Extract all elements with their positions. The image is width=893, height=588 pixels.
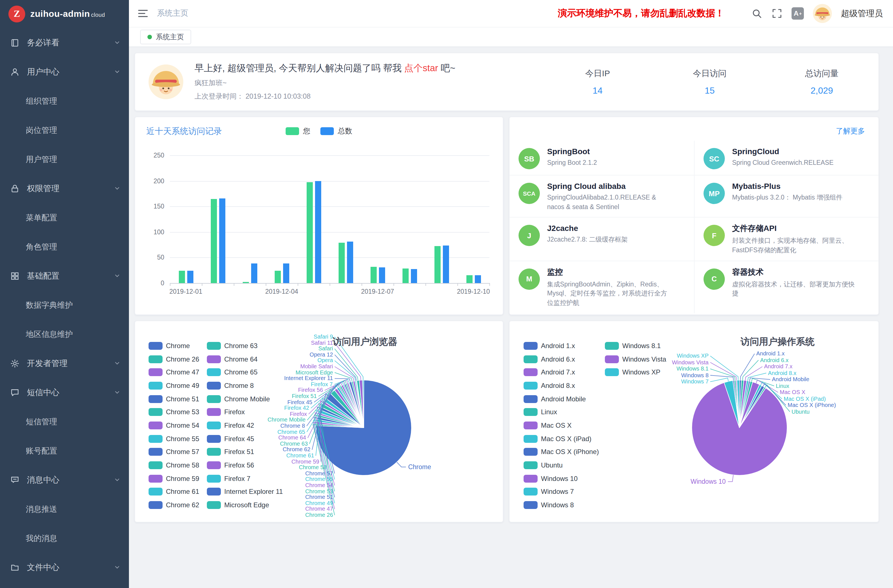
sidebar-item[interactable]: 基础配置 — [0, 261, 129, 290]
legend-item[interactable]: Mac OS X (iPad) — [523, 432, 605, 445]
chevron-down-icon — [114, 389, 120, 395]
sidebar-subitem[interactable]: 菜单配置 — [0, 203, 129, 232]
legend-item[interactable]: Windows XP — [605, 366, 666, 379]
legend-label: Android 1.x — [541, 342, 575, 350]
y-axis-tick-label: 200 — [146, 177, 164, 184]
legend-label: Windows XP — [622, 368, 660, 376]
legend-item[interactable]: Android 1.x — [523, 339, 605, 352]
legend-label: Windows 10 — [541, 475, 578, 482]
legend-item[interactable]: Mac OS X (iPhone) — [523, 445, 605, 459]
sidebar-subitem[interactable]: 消息推送 — [0, 495, 129, 523]
legend-item[interactable]: Firefox 7 — [207, 472, 283, 485]
legend-item[interactable]: Firefox 42 — [207, 419, 283, 432]
fullscreen-icon[interactable] — [771, 8, 783, 19]
username[interactable]: 超级管理员 — [841, 8, 883, 19]
sidebar-subitem[interactable]: 账号配置 — [0, 436, 129, 465]
legend-item[interactable]: Windows 10 — [523, 472, 605, 485]
collapse-sidebar-icon[interactable] — [137, 7, 149, 20]
tech-item[interactable]: SCSpringCloudSpring Cloud Greenwich.RELE… — [694, 141, 878, 175]
tech-item[interactable]: JJ2cacheJ2cache2.7.8: 二级缓存框架 — [510, 217, 694, 261]
legend-item[interactable]: Firefox — [207, 406, 283, 419]
tech-desc: 虚拟化容器技术，让迁移、部署更加方便快捷 — [732, 280, 858, 298]
legend-item[interactable]: Windows 8 — [523, 499, 605, 512]
legend-item[interactable]: Windows 8.1 — [605, 339, 666, 352]
legend-item[interactable]: Chrome 8 — [207, 379, 283, 392]
legend-swatch — [523, 342, 538, 350]
legend-item[interactable]: Chrome 59 — [149, 472, 207, 485]
legend-item[interactable]: Chrome 47 — [149, 366, 207, 379]
bar — [274, 271, 281, 283]
legend-item[interactable]: Chrome 49 — [149, 379, 207, 392]
legend-item[interactable]: Windows 7 — [523, 485, 605, 498]
legend-item[interactable]: Firefox 56 — [207, 459, 283, 472]
tech-item[interactable]: MPMybatis-PlusMybatis-plus 3.2.0： Mybati… — [694, 175, 878, 217]
legend-item[interactable]: Android Mobile — [523, 393, 605, 406]
sidebar-subitem[interactable]: 岗位管理 — [0, 116, 129, 144]
legend-item[interactable]: Linux — [523, 406, 605, 419]
legend-item[interactable]: Windows Vista — [605, 352, 666, 365]
legend-item[interactable]: 总数 — [320, 126, 352, 136]
legend-item[interactable]: Chrome 61 — [149, 485, 207, 498]
legend-item[interactable]: Chrome 57 — [149, 445, 207, 459]
stat-value: 14 — [556, 86, 640, 96]
legend-item[interactable]: 您 — [286, 126, 310, 136]
legend-item[interactable]: Firefox 45 — [207, 432, 283, 445]
sidebar-item[interactable]: 务必详看 — [0, 28, 129, 57]
legend-item[interactable]: Android 7.x — [523, 366, 605, 379]
sidebar-subitem[interactable]: 短信管理 — [0, 407, 129, 436]
legend-item[interactable]: Firefox 51 — [207, 445, 283, 459]
legend-item[interactable]: Internet Explorer 11 — [207, 485, 283, 498]
legend-item[interactable]: Chrome 64 — [207, 352, 283, 365]
sidebar-subitem[interactable]: 数据字典维护 — [0, 290, 129, 319]
sidebar-subitem[interactable]: 角色管理 — [0, 232, 129, 261]
legend-item[interactable]: Microsoft Edge — [207, 499, 283, 512]
font-size-icon[interactable]: A+ — [792, 7, 804, 20]
legend-item[interactable]: Chrome 63 — [207, 339, 283, 352]
legend-item[interactable]: Chrome 58 — [149, 459, 207, 472]
sidebar-subitem[interactable]: 地区信息维护 — [0, 319, 129, 349]
legend-item[interactable]: Chrome 54 — [149, 419, 207, 432]
lock-icon — [10, 183, 20, 193]
pie-label: Chrome 51 — [305, 495, 333, 500]
app-logo[interactable]: Z zuihou-admincloud — [0, 0, 129, 28]
legend-label: Chrome 64 — [224, 355, 258, 363]
tech-desc: Spring Cloud Greenwich.RELEASE — [732, 158, 834, 167]
tech-item[interactable]: M监控集成SpringBootAdmin、Zipkin、Redis、Mysql、… — [510, 260, 694, 313]
legend-item[interactable]: Chrome — [149, 339, 207, 352]
legend-item[interactable]: Android 6.x — [523, 352, 605, 365]
legend-item[interactable]: Mac OS X — [523, 419, 605, 432]
legend-label: Firefox 42 — [224, 421, 254, 429]
sidebar-subitem[interactable]: 组织管理 — [0, 86, 129, 116]
learn-more-link[interactable]: 了解更多 — [836, 126, 865, 136]
search-icon[interactable] — [751, 8, 762, 19]
sidebar-item[interactable]: 短信中心 — [0, 378, 129, 407]
legend-item[interactable]: Chrome 55 — [149, 432, 207, 445]
tech-item[interactable]: F文件存储API封装文件接口，实现本地存储、阿里云、FastDFS存储的配置化 — [694, 217, 878, 261]
legend-item[interactable]: Chrome 51 — [149, 393, 207, 406]
tech-item[interactable]: SBSpringBootSpring Boot 2.1.2 — [510, 141, 694, 175]
breadcrumb[interactable]: 系统主页 — [157, 8, 188, 18]
tech-item[interactable]: C容器技术虚拟化容器技术，让迁移、部署更加方便快捷 — [694, 260, 878, 313]
tech-item[interactable]: SCASpring Cloud alibabaSpringCloudAlibab… — [510, 175, 694, 217]
sidebar-subitem[interactable]: 我的消息 — [0, 523, 129, 553]
legend-item[interactable]: Chrome Mobile — [207, 393, 283, 406]
legend-item[interactable]: Ubuntu — [523, 459, 605, 472]
sidebar-item[interactable]: 文件中心 — [0, 553, 129, 582]
legend-swatch — [207, 368, 221, 376]
sidebar-item[interactable]: 用户中心 — [0, 57, 129, 86]
star-link[interactable]: 点个star — [404, 63, 438, 73]
sidebar-item[interactable]: 开发者管理 — [0, 349, 129, 378]
legend-item[interactable]: Chrome 26 — [149, 352, 207, 365]
sidebar-item[interactable]: 消息中心 — [0, 465, 129, 495]
legend-swatch — [207, 382, 221, 389]
legend-item[interactable]: Chrome 65 — [207, 366, 283, 379]
tech-desc: Mybatis-plus 3.2.0： Mybatis 增强组件 — [732, 193, 843, 202]
sidebar-subitem[interactable]: 用户管理 — [0, 144, 129, 174]
avatar[interactable] — [813, 4, 832, 23]
app-name: zuihou-admin — [30, 9, 90, 18]
legend-item[interactable]: Chrome 62 — [149, 499, 207, 512]
legend-item[interactable]: Android 8.x — [523, 379, 605, 392]
sidebar-item[interactable]: 权限管理 — [0, 174, 129, 203]
legend-item[interactable]: Chrome 53 — [149, 406, 207, 419]
tab-home[interactable]: 系统主页 — [140, 30, 191, 44]
